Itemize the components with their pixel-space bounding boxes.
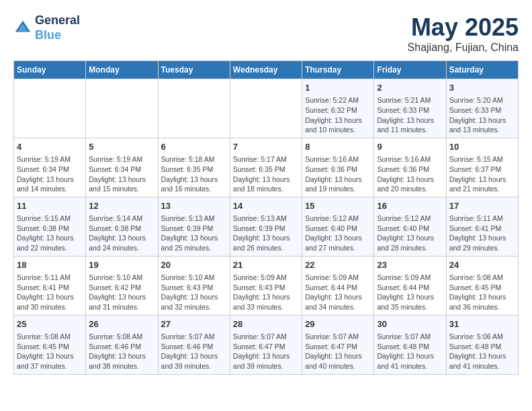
title-block: May 2025 Shajiang, Fujian, China: [408, 13, 519, 54]
day-cell: 2Sunrise: 5:21 AM Sunset: 6:33 PM Daylig…: [374, 79, 446, 138]
day-content: Sunrise: 5:22 AM Sunset: 6:32 PM Dayligh…: [305, 95, 371, 135]
header-row: SundayMondayTuesdayWednesdayThursdayFrid…: [14, 61, 519, 79]
day-cell: 9Sunrise: 5:16 AM Sunset: 6:36 PM Daylig…: [374, 138, 446, 197]
day-content: Sunrise: 5:18 AM Sunset: 6:35 PM Dayligh…: [161, 154, 227, 194]
day-content: Sunrise: 5:09 AM Sunset: 6:44 PM Dayligh…: [305, 273, 371, 312]
day-content: Sunrise: 5:11 AM Sunset: 6:41 PM Dayligh…: [17, 273, 83, 312]
day-cell: [86, 79, 158, 138]
day-number: 2: [377, 82, 443, 94]
day-number: 4: [17, 141, 83, 153]
header-thursday: Thursday: [302, 61, 374, 79]
day-cell: 19Sunrise: 5:10 AM Sunset: 6:42 PM Dayli…: [86, 256, 158, 315]
day-content: Sunrise: 5:09 AM Sunset: 6:43 PM Dayligh…: [233, 273, 299, 312]
sub-title: Shajiang, Fujian, China: [408, 42, 519, 54]
day-cell: 10Sunrise: 5:15 AM Sunset: 6:37 PM Dayli…: [446, 138, 518, 197]
day-number: 8: [305, 141, 371, 153]
week-row-1: 1Sunrise: 5:22 AM Sunset: 6:32 PM Daylig…: [14, 79, 519, 138]
day-number: 11: [17, 200, 83, 212]
day-number: 17: [449, 200, 515, 212]
day-content: Sunrise: 5:07 AM Sunset: 6:46 PM Dayligh…: [161, 332, 227, 371]
day-number: 14: [233, 200, 299, 212]
day-cell: 24Sunrise: 5:08 AM Sunset: 6:45 PM Dayli…: [446, 256, 518, 315]
day-content: Sunrise: 5:12 AM Sunset: 6:40 PM Dayligh…: [305, 214, 371, 253]
day-cell: 4Sunrise: 5:19 AM Sunset: 6:34 PM Daylig…: [14, 138, 86, 197]
day-number: 19: [89, 259, 154, 271]
day-cell: 27Sunrise: 5:07 AM Sunset: 6:46 PM Dayli…: [158, 315, 230, 374]
day-number: 18: [17, 259, 83, 271]
day-cell: 3Sunrise: 5:20 AM Sunset: 6:33 PM Daylig…: [446, 79, 518, 138]
day-cell: 7Sunrise: 5:17 AM Sunset: 6:35 PM Daylig…: [230, 138, 302, 197]
day-content: Sunrise: 5:10 AM Sunset: 6:43 PM Dayligh…: [161, 273, 227, 312]
day-content: Sunrise: 5:13 AM Sunset: 6:39 PM Dayligh…: [161, 214, 227, 253]
day-cell: 22Sunrise: 5:09 AM Sunset: 6:44 PM Dayli…: [302, 256, 374, 315]
main-title: May 2025: [408, 13, 519, 42]
day-content: Sunrise: 5:21 AM Sunset: 6:33 PM Dayligh…: [377, 95, 443, 135]
day-cell: 20Sunrise: 5:10 AM Sunset: 6:43 PM Dayli…: [158, 256, 230, 315]
day-cell: 18Sunrise: 5:11 AM Sunset: 6:41 PM Dayli…: [14, 256, 86, 315]
week-row-4: 18Sunrise: 5:11 AM Sunset: 6:41 PM Dayli…: [14, 256, 519, 315]
day-content: Sunrise: 5:08 AM Sunset: 6:46 PM Dayligh…: [89, 332, 154, 371]
day-number: 21: [233, 259, 299, 271]
day-cell: 17Sunrise: 5:11 AM Sunset: 6:41 PM Dayli…: [446, 197, 518, 256]
day-number: 22: [305, 259, 371, 271]
header-tuesday: Tuesday: [158, 61, 230, 79]
day-cell: 11Sunrise: 5:15 AM Sunset: 6:38 PM Dayli…: [14, 197, 86, 256]
day-content: Sunrise: 5:14 AM Sunset: 6:38 PM Dayligh…: [89, 214, 154, 253]
day-content: Sunrise: 5:20 AM Sunset: 6:33 PM Dayligh…: [449, 95, 515, 135]
day-number: 31: [449, 318, 515, 330]
day-content: Sunrise: 5:12 AM Sunset: 6:40 PM Dayligh…: [377, 214, 443, 253]
day-content: Sunrise: 5:16 AM Sunset: 6:36 PM Dayligh…: [305, 154, 371, 194]
day-cell: 29Sunrise: 5:07 AM Sunset: 6:47 PM Dayli…: [302, 315, 374, 374]
day-content: Sunrise: 5:15 AM Sunset: 6:37 PM Dayligh…: [449, 154, 515, 194]
day-cell: 23Sunrise: 5:09 AM Sunset: 6:44 PM Dayli…: [374, 256, 446, 315]
week-row-2: 4Sunrise: 5:19 AM Sunset: 6:34 PM Daylig…: [14, 138, 519, 197]
day-number: 26: [89, 318, 154, 330]
day-number: 20: [161, 259, 227, 271]
day-number: 29: [305, 318, 371, 330]
day-cell: 6Sunrise: 5:18 AM Sunset: 6:35 PM Daylig…: [158, 138, 230, 197]
day-number: 23: [377, 259, 443, 271]
day-content: Sunrise: 5:17 AM Sunset: 6:35 PM Dayligh…: [233, 154, 299, 194]
day-content: Sunrise: 5:07 AM Sunset: 6:47 PM Dayligh…: [233, 332, 299, 371]
logo: General Blue: [13, 13, 80, 42]
day-content: Sunrise: 5:11 AM Sunset: 6:41 PM Dayligh…: [449, 214, 515, 253]
day-cell: 26Sunrise: 5:08 AM Sunset: 6:46 PM Dayli…: [86, 315, 158, 374]
day-cell: [230, 79, 302, 138]
day-number: 27: [161, 318, 227, 330]
day-cell: 30Sunrise: 5:07 AM Sunset: 6:48 PM Dayli…: [374, 315, 446, 374]
day-cell: 8Sunrise: 5:16 AM Sunset: 6:36 PM Daylig…: [302, 138, 374, 197]
day-number: 3: [449, 82, 515, 94]
day-content: Sunrise: 5:08 AM Sunset: 6:45 PM Dayligh…: [17, 332, 83, 371]
day-number: 1: [305, 82, 371, 94]
day-content: Sunrise: 5:10 AM Sunset: 6:42 PM Dayligh…: [89, 273, 154, 312]
page-header: General Blue May 2025 Shajiang, Fujian, …: [13, 13, 519, 54]
day-number: 7: [233, 141, 299, 153]
header-sunday: Sunday: [14, 61, 86, 79]
day-content: Sunrise: 5:07 AM Sunset: 6:48 PM Dayligh…: [377, 332, 443, 371]
day-number: 10: [449, 141, 515, 153]
day-content: Sunrise: 5:07 AM Sunset: 6:47 PM Dayligh…: [305, 332, 371, 371]
day-cell: 16Sunrise: 5:12 AM Sunset: 6:40 PM Dayli…: [374, 197, 446, 256]
day-cell: 12Sunrise: 5:14 AM Sunset: 6:38 PM Dayli…: [86, 197, 158, 256]
day-cell: 13Sunrise: 5:13 AM Sunset: 6:39 PM Dayli…: [158, 197, 230, 256]
day-content: Sunrise: 5:06 AM Sunset: 6:48 PM Dayligh…: [449, 332, 515, 371]
day-cell: [158, 79, 230, 138]
header-monday: Monday: [86, 61, 158, 79]
day-content: Sunrise: 5:19 AM Sunset: 6:34 PM Dayligh…: [17, 154, 83, 194]
day-number: 12: [89, 200, 154, 212]
day-content: Sunrise: 5:19 AM Sunset: 6:34 PM Dayligh…: [89, 154, 154, 194]
day-number: 15: [305, 200, 371, 212]
day-content: Sunrise: 5:15 AM Sunset: 6:38 PM Dayligh…: [17, 214, 83, 253]
day-number: 13: [161, 200, 227, 212]
day-cell: 5Sunrise: 5:19 AM Sunset: 6:34 PM Daylig…: [86, 138, 158, 197]
day-number: 25: [17, 318, 83, 330]
week-row-3: 11Sunrise: 5:15 AM Sunset: 6:38 PM Dayli…: [14, 197, 519, 256]
day-number: 16: [377, 200, 443, 212]
day-cell: 1Sunrise: 5:22 AM Sunset: 6:32 PM Daylig…: [302, 79, 374, 138]
day-number: 6: [161, 141, 227, 153]
day-cell: 15Sunrise: 5:12 AM Sunset: 6:40 PM Dayli…: [302, 197, 374, 256]
day-cell: 25Sunrise: 5:08 AM Sunset: 6:45 PM Dayli…: [14, 315, 86, 374]
day-cell: 28Sunrise: 5:07 AM Sunset: 6:47 PM Dayli…: [230, 315, 302, 374]
logo-text: General Blue: [35, 13, 80, 42]
calendar-table: SundayMondayTuesdayWednesdayThursdayFrid…: [13, 60, 519, 375]
